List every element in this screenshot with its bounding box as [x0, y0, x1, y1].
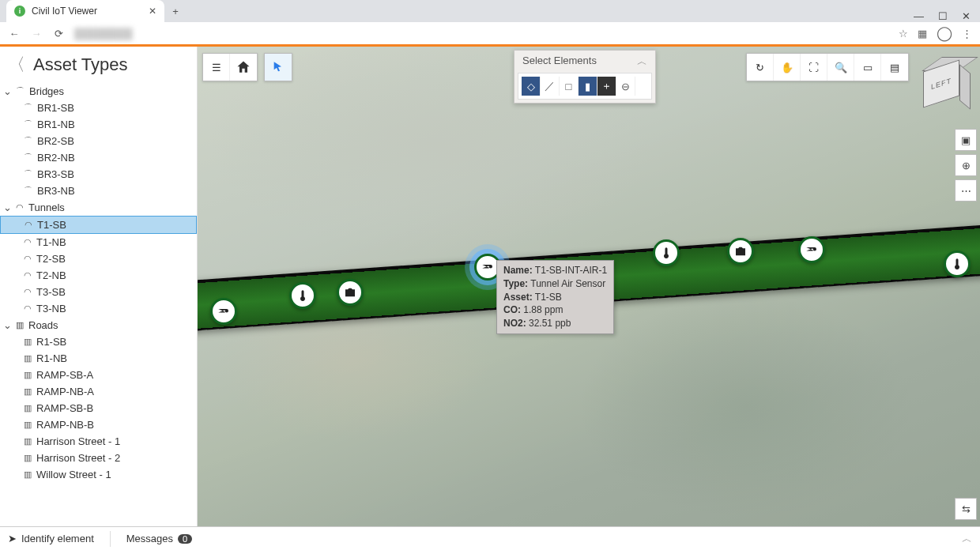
select-tool-button[interactable] — [265, 54, 292, 81]
reload-button[interactable]: ⟳ — [52, 28, 65, 40]
tree-item[interactable]: ▥Harrison Street - 2 — [0, 450, 197, 466]
sensor-temp-marker[interactable] — [289, 282, 316, 309]
new-tab-button[interactable]: + — [164, 0, 187, 22]
favicon-icon: i — [14, 6, 25, 17]
select-box-button[interactable]: □ — [560, 77, 579, 96]
sidebar-back-icon[interactable]: 〈 — [8, 53, 25, 77]
profile-icon[interactable]: ◯ — [937, 24, 952, 42]
minimize-button[interactable]: — — [914, 10, 924, 22]
tree-item[interactable]: ⌒BR3-SB — [0, 166, 197, 183]
saved-views-button[interactable]: ▤ — [881, 54, 908, 81]
select-line-button[interactable]: ／ — [541, 77, 560, 96]
popup-co-value: 1.88 ppm — [523, 304, 563, 315]
tree-item[interactable]: ▥RAMP-SB-A — [0, 367, 197, 383]
status-messages[interactable]: Messages 0 — [126, 533, 192, 544]
popup-name-label: Name: — [503, 265, 533, 276]
select-panel-header[interactable]: Select Elements ︿ — [514, 51, 655, 73]
sensor-air-marker[interactable] — [210, 298, 237, 325]
tree-item[interactable]: ▥Willow Street - 1 — [0, 466, 197, 483]
forward-button[interactable]: → — [30, 28, 43, 40]
tree-group-roads[interactable]: ⌄▥Roads — [0, 317, 197, 333]
settings-toggle-button[interactable]: ⇆ — [955, 498, 977, 520]
popup-type-value: Tunnel Air Sensor — [530, 278, 605, 289]
tree-item[interactable]: ▥RAMP-NB-A — [0, 383, 197, 400]
navigation-cube[interactable]: LEFT — [915, 51, 972, 108]
tree-item[interactable]: ◠T2-SB — [0, 251, 197, 267]
pointer-icon: ➤ — [8, 533, 17, 544]
select-mode-button[interactable]: ▮ — [579, 77, 597, 96]
tree-item-label: Harrison Street - 1 — [36, 435, 120, 447]
bridge-icon: ⌒ — [24, 168, 32, 180]
browser-chrome: i Civil IoT Viewer ✕ + — ☐ ✕ ← → ⟳ █████… — [0, 0, 980, 44]
fit-view-button[interactable]: ⛶ — [801, 54, 827, 81]
address-bar: ← → ⟳ ████████ ☆ ▦ ◯ ⋮ — [0, 22, 980, 44]
extensions-icon[interactable]: ▦ — [918, 28, 927, 40]
tree-group-label: Roads — [28, 319, 58, 331]
select-elements-panel: Select Elements ︿ ◇ ／ □ ▮ ＋ ⊖ — [514, 50, 656, 104]
tree-item[interactable]: ⌒BR1-NB — [0, 116, 197, 133]
sidebar: 〈 Asset Types ⌄⌒Bridges⌒BR1-SB⌒BR1-NB⌒BR… — [0, 47, 198, 526]
tree-item-label: T3-SB — [36, 286, 66, 298]
road-icon: ▥ — [24, 436, 32, 446]
sensor-temp-marker[interactable] — [944, 251, 971, 277]
road-icon: ▥ — [24, 337, 32, 347]
popup-type-label: Type: — [503, 278, 528, 289]
road-icon: ▥ — [24, 353, 32, 364]
globe-button[interactable]: ⊕ — [955, 154, 977, 176]
tree-item[interactable]: ⌒BR3-NB — [0, 183, 197, 199]
sensor-temp-marker[interactable] — [653, 239, 680, 266]
popup-no2-value: 32.51 ppb — [529, 318, 571, 329]
tree-item[interactable]: ⌒BR1-SB — [0, 100, 197, 116]
tree-group-tunnels[interactable]: ⌄◠Tunnels — [0, 199, 197, 216]
tree-item[interactable]: ◠T1-SB — [0, 216, 197, 234]
layers-button[interactable]: ▣ — [955, 129, 977, 151]
sensor-air-marker[interactable] — [798, 236, 825, 263]
tree-item[interactable]: ◠T1-NB — [0, 234, 197, 251]
tree-item[interactable]: ▥RAMP-NB-B — [0, 416, 197, 433]
pan-tool-button[interactable]: ✋ — [774, 54, 801, 81]
tree-group-bridges[interactable]: ⌄⌒Bridges — [0, 83, 197, 100]
sensor-camera-marker[interactable] — [337, 279, 364, 306]
tree-item-label: BR3-SB — [37, 168, 74, 180]
browser-tab[interactable]: i Civil IoT Viewer ✕ — [6, 0, 164, 22]
tree-item[interactable]: ◠T2-NB — [0, 267, 197, 284]
toggle-sidebar-button[interactable]: ☰ — [203, 54, 230, 81]
tree-item[interactable]: ▥RAMP-SB-B — [0, 400, 197, 416]
sensor-camera-marker[interactable] — [727, 238, 754, 265]
rotate-tool-button[interactable]: ↻ — [747, 54, 774, 81]
select-add-button[interactable]: ＋ — [597, 77, 616, 96]
viewport-3d[interactable]: ☰ ↻ ✋ ⛶ 🔍 ▭ ▤ Select Elements ︿ — [198, 47, 980, 526]
tunnel-icon: ◠ — [24, 287, 32, 297]
tree-item[interactable]: ◠T3-NB — [0, 300, 197, 317]
zoom-window-button[interactable]: 🔍 — [827, 54, 854, 81]
tab-title: Civil IoT Viewer — [32, 6, 97, 17]
tree-item[interactable]: ▥Harrison Street - 1 — [0, 433, 197, 450]
select-subtract-button[interactable]: ⊖ — [616, 77, 635, 96]
tree-item[interactable]: ⌒BR2-SB — [0, 133, 197, 149]
tree-item-label: RAMP-SB-A — [36, 369, 93, 381]
star-icon[interactable]: ☆ — [899, 28, 908, 40]
tree-item-label: RAMP-NB-B — [36, 419, 94, 431]
home-view-button[interactable] — [230, 54, 257, 81]
select-panel-title: Select Elements — [522, 55, 597, 69]
tree-item[interactable]: ▥R1-SB — [0, 333, 197, 350]
camera-view-button[interactable]: ▭ — [854, 54, 881, 81]
more-options-button[interactable]: ⋯ — [955, 179, 977, 202]
maximize-button[interactable]: ☐ — [938, 10, 948, 22]
cube-right-face[interactable] — [959, 64, 971, 110]
menu-icon[interactable]: ⋮ — [962, 28, 972, 40]
url-field[interactable]: ████████ — [74, 28, 889, 40]
tree-item[interactable]: ▥R1-NB — [0, 350, 197, 367]
status-chevron-icon[interactable]: ︿ — [962, 532, 972, 546]
popup-asset-value: T1-SB — [535, 292, 562, 303]
tree-item[interactable]: ⌒BR2-NB — [0, 149, 197, 166]
tree-item[interactable]: ◠T3-SB — [0, 284, 197, 300]
close-tab-icon[interactable]: ✕ — [149, 6, 156, 17]
tree-item-label: RAMP-NB-A — [36, 386, 94, 397]
select-single-button[interactable]: ◇ — [522, 77, 541, 96]
chevron-up-icon[interactable]: ︿ — [637, 55, 647, 69]
close-window-button[interactable]: ✕ — [962, 10, 971, 22]
status-identify[interactable]: ➤ Identify element — [8, 533, 94, 544]
view-toolbar: ☰ — [202, 53, 258, 81]
back-button[interactable]: ← — [8, 28, 21, 40]
